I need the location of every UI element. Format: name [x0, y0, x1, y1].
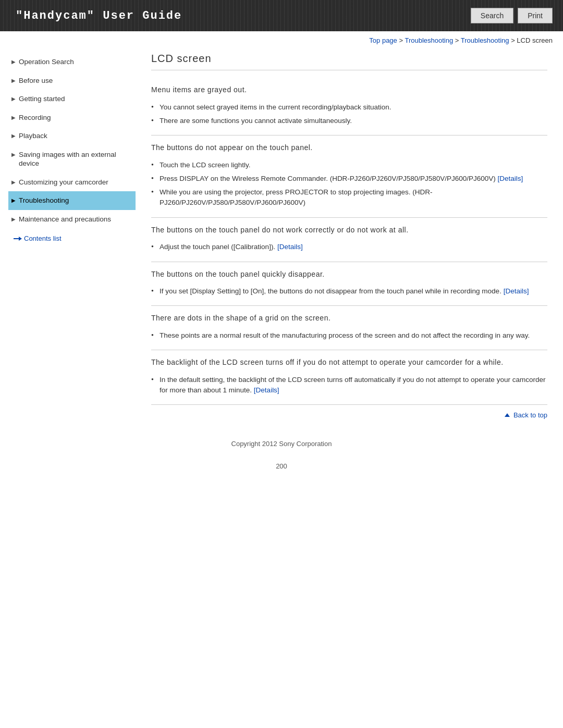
breadcrumb: Top page > Troubleshooting > Troubleshoo…: [0, 31, 563, 47]
sidebar-item-label: Playback: [19, 131, 47, 141]
breadcrumb-troubleshooting2[interactable]: Troubleshooting: [461, 36, 509, 44]
layout: ▶ Operation Search ▶ Before use ▶ Gettin…: [0, 47, 563, 431]
sidebar-item-label: Maintenance and precautions: [19, 215, 111, 224]
sidebar-item-label: Before use: [19, 76, 53, 85]
details-link[interactable]: [Details]: [254, 386, 279, 394]
sidebar-item-label: Recording: [19, 113, 51, 122]
section-backlight-off: The backlight of the LCD screen turns of…: [151, 350, 547, 405]
breadcrumb-current: LCD screen: [517, 36, 553, 44]
arrow-icon: ▶: [11, 216, 16, 223]
triangle-up-icon: [505, 413, 510, 417]
sidebar-item-label: Getting started: [19, 94, 65, 104]
arrow-right-icon: [14, 236, 22, 241]
main-content: LCD screen Menu items are grayed out. Yo…: [141, 53, 563, 431]
section-buttons-disappear: The buttons on the touch panel quickly d…: [151, 262, 547, 306]
header: "Handycam" User Guide Search Print: [0, 0, 563, 31]
list-item: You cannot select grayed items in the cu…: [151, 101, 547, 114]
arrow-icon: ▶: [11, 95, 16, 102]
list-item: In the default setting, the backlight of…: [151, 373, 547, 398]
section-bullets: If you set [Display Setting] to [On], th…: [151, 285, 547, 298]
page-number: 200: [0, 458, 563, 474]
sidebar-item-customizing[interactable]: ▶ Customizing your camcorder: [8, 173, 136, 192]
sidebar-item-label: Saving images with an external device: [19, 150, 132, 168]
footer: Copyright 2012 Sony Corporation: [0, 431, 563, 458]
section-title: The buttons on the touch panel quickly d…: [151, 269, 547, 280]
sidebar-item-label: Customizing your camcorder: [19, 178, 108, 187]
back-to-top[interactable]: Back to top: [151, 405, 547, 421]
sidebar-item-playback[interactable]: ▶ Playback: [8, 127, 136, 145]
sidebar-item-operation-search[interactable]: ▶ Operation Search: [8, 53, 136, 71]
sidebar-item-troubleshooting[interactable]: ▶ Troubleshooting: [8, 191, 136, 210]
header-buttons: Search Print: [471, 8, 563, 23]
list-item: If you set [Display Setting] to [On], th…: [151, 285, 547, 298]
list-item: Adjust the touch panel ([Calibration]). …: [151, 240, 547, 254]
sidebar: ▶ Operation Search ▶ Before use ▶ Gettin…: [0, 53, 141, 431]
search-button[interactable]: Search: [471, 8, 513, 23]
page-title: LCD screen: [151, 53, 547, 70]
arrow-icon: ▶: [11, 151, 16, 158]
section-bullets: Touch the LCD screen lightly. Press DISP…: [151, 158, 547, 210]
breadcrumb-troubleshooting1[interactable]: Troubleshooting: [405, 36, 453, 44]
contents-list-label: Contents list: [24, 235, 62, 242]
arrow-icon: ▶: [11, 132, 16, 139]
print-button[interactable]: Print: [518, 8, 553, 23]
list-item: There are some functions you cannot acti…: [151, 114, 547, 128]
section-bullets: Adjust the touch panel ([Calibration]). …: [151, 240, 547, 254]
arrow-icon: ▶: [11, 179, 16, 186]
section-dots-grid: There are dots in the shape of a grid on…: [151, 306, 547, 350]
arrow-icon: ▶: [11, 114, 16, 121]
section-menu-grayed: Menu items are grayed out. You cannot se…: [151, 78, 547, 135]
section-title: There are dots in the shape of a grid on…: [151, 313, 547, 324]
sidebar-item-before-use[interactable]: ▶ Before use: [8, 71, 136, 90]
app-title: "Handycam" User Guide: [0, 9, 198, 22]
section-bullets: You cannot select grayed items in the cu…: [151, 101, 547, 128]
arrow-icon: ▶: [11, 58, 16, 65]
sidebar-item-saving-images[interactable]: ▶ Saving images with an external device: [8, 145, 136, 173]
copyright: Copyright 2012 Sony Corporation: [231, 440, 332, 448]
sidebar-item-label: Troubleshooting: [19, 196, 69, 205]
contents-list-link[interactable]: Contents list: [8, 228, 136, 245]
details-link[interactable]: [Details]: [504, 287, 529, 295]
section-title: The backlight of the LCD screen turns of…: [151, 357, 547, 368]
list-item: Press DISPLAY on the Wireless Remote Com…: [151, 172, 547, 186]
section-bullets: In the default setting, the backlight of…: [151, 373, 547, 398]
sidebar-item-getting-started[interactable]: ▶ Getting started: [8, 90, 136, 108]
arrow-icon: ▶: [11, 77, 16, 84]
details-link[interactable]: [Details]: [277, 243, 303, 251]
details-link[interactable]: [Details]: [498, 175, 523, 182]
list-item: These points are a normal result of the …: [151, 329, 547, 342]
section-buttons-not-appear: The buttons do not appear on the touch p…: [151, 135, 547, 218]
section-title: Menu items are grayed out.: [151, 85, 547, 95]
sidebar-item-recording[interactable]: ▶ Recording: [8, 108, 136, 127]
arrow-icon: ▶: [11, 197, 16, 204]
section-bullets: These points are a normal result of the …: [151, 329, 547, 342]
back-to-top-link[interactable]: Back to top: [505, 411, 547, 419]
sidebar-item-maintenance[interactable]: ▶ Maintenance and precautions: [8, 210, 136, 229]
back-to-top-label: Back to top: [513, 411, 547, 419]
section-title: The buttons on the touch panel do not wo…: [151, 225, 547, 236]
section-title: The buttons do not appear on the touch p…: [151, 143, 547, 153]
list-item: Touch the LCD screen lightly.: [151, 158, 547, 172]
sidebar-item-label: Operation Search: [19, 57, 74, 67]
section-buttons-not-work: The buttons on the touch panel do not wo…: [151, 218, 547, 262]
breadcrumb-top[interactable]: Top page: [369, 36, 397, 44]
list-item: While you are using the projector, press…: [151, 186, 547, 210]
